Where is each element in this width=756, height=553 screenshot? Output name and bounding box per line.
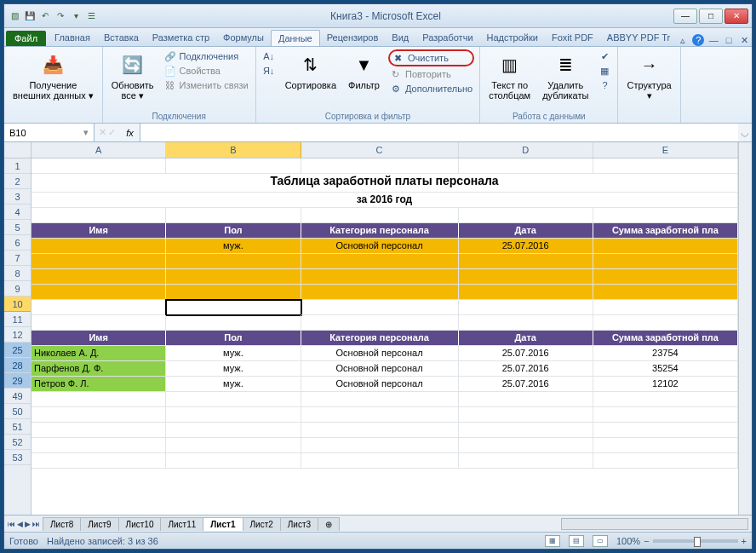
consolidate-button[interactable]: ▦: [597, 64, 612, 78]
sheet-tab-Лист9[interactable]: Лист9: [80, 517, 118, 531]
row-header-51[interactable]: 51: [4, 419, 31, 435]
cell[interactable]: [166, 392, 301, 407]
cell[interactable]: [593, 438, 738, 453]
cell[interactable]: Дата: [459, 223, 593, 239]
sheet-tab-Лист10[interactable]: Лист10: [118, 517, 162, 531]
cell[interactable]: [301, 423, 459, 438]
formula-input[interactable]: [140, 124, 738, 141]
cell[interactable]: Дата: [459, 331, 593, 346]
tab-Формулы[interactable]: Формулы: [216, 30, 271, 46]
row-header-10[interactable]: 10: [4, 297, 31, 312]
zoom-out-button[interactable]: −: [644, 536, 649, 546]
cell[interactable]: [593, 208, 738, 223]
cell[interactable]: [593, 300, 738, 315]
name-box[interactable]: ▾: [4, 124, 94, 141]
cell[interactable]: [593, 158, 738, 174]
row-header-29[interactable]: 29: [4, 373, 31, 389]
zoom-in-button[interactable]: +: [742, 536, 747, 546]
cell[interactable]: [459, 392, 593, 407]
cell[interactable]: [32, 254, 166, 269]
cell[interactable]: Основной персонал: [301, 377, 459, 392]
cell[interactable]: [301, 269, 459, 285]
fx-button[interactable]: fx: [120, 124, 140, 141]
cell[interactable]: [593, 239, 738, 254]
sheet-tab-Лист3[interactable]: Лист3: [280, 517, 318, 531]
clear-filter-button[interactable]: ✖Очистить: [388, 49, 474, 66]
qat-more-icon[interactable]: ▾: [69, 9, 83, 23]
cell[interactable]: [593, 392, 738, 407]
cell[interactable]: [301, 315, 459, 331]
cell[interactable]: [32, 407, 166, 423]
cell[interactable]: 25.07.2016: [459, 377, 593, 392]
cell[interactable]: [166, 285, 301, 300]
cell[interactable]: [593, 423, 738, 438]
cell[interactable]: [459, 407, 593, 423]
cell[interactable]: [32, 285, 166, 300]
remove-duplicates-button[interactable]: ≣Удалить дубликаты: [539, 49, 592, 102]
cell[interactable]: Категория персонала: [301, 223, 459, 239]
doc-max-icon[interactable]: □: [723, 34, 735, 46]
cell[interactable]: Категория персонала: [301, 331, 459, 346]
view-break-button[interactable]: ▭: [593, 535, 608, 547]
cell[interactable]: [32, 300, 166, 315]
sort-asc-button[interactable]: A↓: [261, 49, 277, 63]
advanced-filter-button[interactable]: ⚙Дополнительно: [388, 82, 474, 95]
cell[interactable]: [459, 300, 593, 315]
cell[interactable]: Пол: [166, 331, 301, 346]
sort-desc-button[interactable]: Я↓: [261, 64, 277, 78]
cell[interactable]: [166, 208, 301, 223]
edit-links-button[interactable]: ⛓Изменить связи: [163, 78, 250, 92]
cell[interactable]: [301, 300, 459, 315]
cell[interactable]: Пол: [166, 223, 301, 239]
external-data-button[interactable]: 📥Получение внешних данных ▾: [9, 49, 97, 102]
sheet-tab-Лист8[interactable]: Лист8: [43, 517, 81, 531]
sheet-nav-next[interactable]: ▶: [25, 520, 31, 528]
row-header-1[interactable]: 1: [4, 158, 31, 174]
cell[interactable]: Петров Ф. Л.: [32, 377, 166, 392]
cell[interactable]: [301, 208, 459, 223]
tab-Разметка стр[interactable]: Разметка стр: [146, 30, 216, 46]
cell[interactable]: [32, 438, 166, 453]
cell[interactable]: [32, 453, 166, 469]
cell[interactable]: Основной персонал: [301, 346, 459, 361]
cell[interactable]: [301, 158, 459, 174]
row-header-3[interactable]: 3: [4, 189, 31, 204]
cell[interactable]: [459, 423, 593, 438]
text-to-columns-button[interactable]: ▥Текст по столбцам: [485, 49, 534, 102]
cell[interactable]: [301, 254, 459, 269]
cell[interactable]: [459, 254, 593, 269]
cell[interactable]: муж.: [166, 361, 301, 377]
cell[interactable]: Николаев А. Д.: [32, 346, 166, 361]
cell[interactable]: [166, 300, 301, 315]
row-header-25[interactable]: 25: [4, 343, 31, 358]
cell[interactable]: 23754: [593, 346, 738, 361]
tab-Разработчи[interactable]: Разработчи: [415, 30, 479, 46]
doc-min-icon[interactable]: —: [707, 34, 719, 46]
zoom-level[interactable]: 100%: [616, 536, 640, 546]
cell[interactable]: [32, 392, 166, 407]
col-header-C[interactable]: C: [301, 142, 459, 158]
cell[interactable]: [32, 158, 166, 174]
cell[interactable]: [166, 269, 301, 285]
cell[interactable]: [459, 269, 593, 285]
sort-button[interactable]: ⇅Сортировка: [282, 49, 340, 92]
cell[interactable]: Сумма заработной пла: [593, 223, 738, 239]
tab-Вставка[interactable]: Вставка: [97, 30, 146, 46]
row-header-49[interactable]: 49: [4, 389, 31, 404]
filter-button[interactable]: ▼Фильтр: [345, 49, 383, 92]
cell[interactable]: [459, 208, 593, 223]
row-header-52[interactable]: 52: [4, 435, 31, 450]
cell[interactable]: [166, 254, 301, 269]
maximize-button[interactable]: □: [699, 9, 723, 24]
cell[interactable]: [32, 315, 166, 331]
cell[interactable]: [301, 392, 459, 407]
row-header-2[interactable]: 2: [4, 174, 31, 189]
col-header-B[interactable]: B: [166, 142, 301, 158]
row-header-9[interactable]: 9: [4, 281, 31, 297]
row-header-11[interactable]: 11: [4, 312, 31, 327]
close-button[interactable]: ✕: [724, 9, 748, 24]
sheet-tab-Лист11[interactable]: Лист11: [160, 517, 203, 531]
cell[interactable]: [301, 407, 459, 423]
what-if-button[interactable]: ?: [597, 78, 612, 92]
cell[interactable]: [301, 438, 459, 453]
